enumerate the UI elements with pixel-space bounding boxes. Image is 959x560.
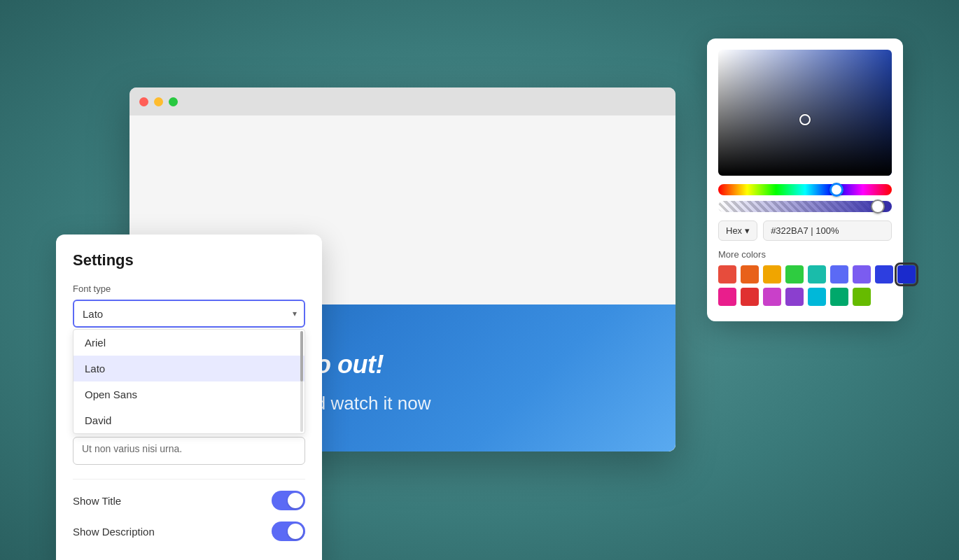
hue-slider[interactable] xyxy=(718,184,892,195)
settings-panel: Settings Font type Lato Ariel Open Sans … xyxy=(56,234,322,560)
swatch-blue-darker[interactable] xyxy=(897,265,916,284)
dropdown-scrollbar[interactable] xyxy=(300,331,303,432)
swatch-blue-dark[interactable] xyxy=(875,265,893,284)
swatch-lime[interactable] xyxy=(853,288,871,306)
swatch-teal[interactable] xyxy=(808,265,826,284)
format-label: Hex xyxy=(726,225,742,236)
color-format-select[interactable]: Hex ▾ xyxy=(718,220,757,241)
minimize-button[interactable] xyxy=(154,97,163,106)
font-type-label: Font type xyxy=(73,284,305,294)
color-inputs: Hex ▾ #322BA7 | 100% xyxy=(718,220,892,241)
description-textarea[interactable]: Ut non varius nisi urna. xyxy=(73,437,305,465)
gradient-cursor xyxy=(799,114,811,125)
font-type-select[interactable]: Lato Ariel Open Sans David xyxy=(73,300,305,328)
color-gradient-box[interactable] xyxy=(718,50,892,176)
scrollbar-thumb xyxy=(300,331,303,382)
dropdown-item-lato[interactable]: Lato xyxy=(74,356,304,382)
swatch-magenta[interactable] xyxy=(763,288,781,306)
settings-title: Settings xyxy=(73,251,305,270)
alpha-thumb xyxy=(871,200,885,214)
close-button[interactable] xyxy=(139,97,148,106)
show-description-row: Show Description xyxy=(73,522,305,541)
swatch-cyan[interactable] xyxy=(808,288,826,306)
show-title-label: Show Title xyxy=(73,495,121,507)
settings-divider xyxy=(73,479,305,479)
swatch-violet[interactable] xyxy=(853,265,871,284)
maximize-button[interactable] xyxy=(169,97,178,106)
more-colors-label: More colors xyxy=(718,249,892,260)
dropdown-item-david[interactable]: David xyxy=(74,407,304,433)
dropdown-item-opensans[interactable]: Open Sans xyxy=(74,382,304,407)
font-type-wrapper: Lato Ariel Open Sans David ▾ xyxy=(73,300,305,328)
swatch-emerald[interactable] xyxy=(830,288,848,306)
dropdown-item-ariel[interactable]: Ariel xyxy=(74,330,304,356)
color-swatches-row2 xyxy=(718,288,892,306)
show-description-label: Show Description xyxy=(73,526,155,538)
color-swatches-row1 xyxy=(718,265,892,284)
swatch-hot-pink[interactable] xyxy=(718,288,736,306)
alpha-slider[interactable] xyxy=(718,201,892,212)
color-hex-input[interactable]: #322BA7 | 100% xyxy=(763,220,892,241)
swatch-red[interactable] xyxy=(718,265,736,284)
show-title-toggle[interactable] xyxy=(272,491,305,510)
swatch-blue-violet[interactable] xyxy=(830,265,848,284)
color-picker-panel: Hex ▾ #322BA7 | 100% More colors xyxy=(707,38,903,321)
toggle-knob-desc xyxy=(288,524,303,539)
swatch-purple[interactable] xyxy=(785,288,804,306)
toggle-knob xyxy=(288,493,303,508)
hue-thumb xyxy=(830,183,844,197)
font-dropdown-menu[interactable]: Ariel Lato Open Sans David xyxy=(73,329,305,434)
swatch-green[interactable] xyxy=(785,265,804,284)
show-description-toggle[interactable] xyxy=(272,522,305,541)
browser-titlebar xyxy=(130,88,676,115)
show-title-row: Show Title xyxy=(73,491,305,510)
format-arrow-icon: ▾ xyxy=(745,225,750,236)
swatch-orange-red[interactable] xyxy=(741,265,759,284)
swatch-crimson[interactable] xyxy=(741,288,759,306)
swatch-amber[interactable] xyxy=(763,265,781,284)
